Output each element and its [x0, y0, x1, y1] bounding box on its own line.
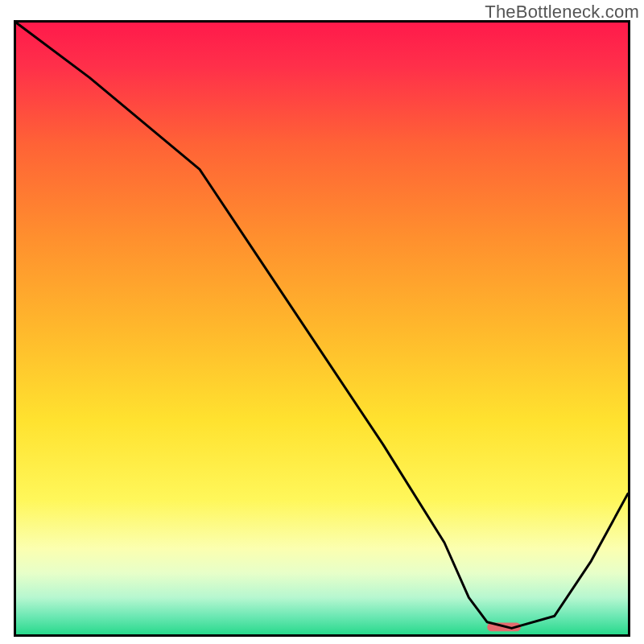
watermark-text: TheBottleneck.com [485, 2, 639, 23]
chart-background [16, 23, 628, 634]
chart-area [14, 20, 630, 637]
chart-svg [16, 23, 628, 634]
